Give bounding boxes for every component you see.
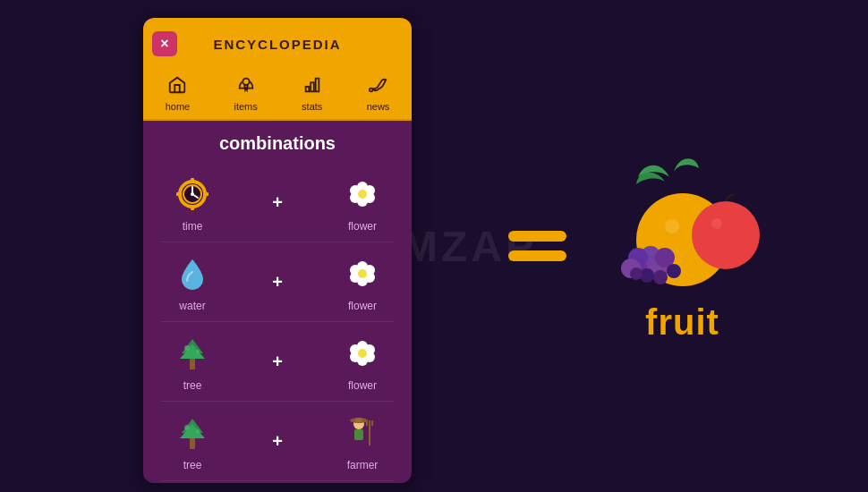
combo-label-flower-2: flower xyxy=(348,300,377,312)
svg-rect-2 xyxy=(311,82,314,91)
news-icon xyxy=(368,75,387,99)
combo-label-time: time xyxy=(183,220,203,233)
svg-point-81 xyxy=(653,270,668,284)
combo-row-2: water + xyxy=(161,242,394,322)
svg-point-34 xyxy=(184,345,190,351)
nav-news-label: news xyxy=(367,101,390,112)
combo-label-tree-1: tree xyxy=(183,379,202,392)
flower-icon-2 xyxy=(340,251,385,296)
svg-point-14 xyxy=(191,192,194,196)
plus-2: + xyxy=(272,272,283,293)
svg-point-43 xyxy=(358,349,367,358)
encyclopedia-panel: × ENCYCLOPEDIA home xyxy=(143,18,412,483)
svg-point-73 xyxy=(711,218,722,229)
combo-item-flower-2: flower xyxy=(331,251,394,312)
combo-label-water: water xyxy=(179,300,205,312)
section-title: combinations xyxy=(143,121,412,163)
svg-point-48 xyxy=(196,429,200,433)
combo-row-5: farmer + xyxy=(161,481,394,483)
plus-3: + xyxy=(272,352,283,372)
combo-item-water: water xyxy=(161,251,224,312)
nav-home[interactable]: home xyxy=(166,75,191,112)
equals-bar-bottom xyxy=(508,250,566,261)
equals-sign xyxy=(508,231,566,261)
nav-items[interactable]: items xyxy=(234,75,258,112)
svg-point-83 xyxy=(630,267,642,280)
nav-bar: home items xyxy=(143,70,412,121)
svg-rect-8 xyxy=(191,178,194,182)
combo-row-3: tree + xyxy=(161,322,394,402)
combo-item-tree-2: tree xyxy=(161,411,224,471)
combo-row-4: tree + xyxy=(161,402,394,481)
result-area: fruit xyxy=(412,150,868,343)
tree-icon-2 xyxy=(170,411,215,455)
fruit-result: fruit xyxy=(593,150,772,343)
combo-item-flower-3: flower xyxy=(331,331,394,392)
stats-icon xyxy=(302,75,322,99)
combo-row-1: time + xyxy=(161,163,394,242)
tree-icon-1 xyxy=(170,331,215,376)
time-icon xyxy=(170,172,215,216)
items-icon xyxy=(236,75,256,99)
result-label: fruit xyxy=(645,302,719,343)
combo-item-time: time xyxy=(161,172,224,233)
combo-label-flower-1: flower xyxy=(348,220,377,233)
combo-label-tree-2: tree xyxy=(183,459,202,471)
plus-4: + xyxy=(272,431,283,452)
svg-rect-51 xyxy=(355,418,362,422)
plus-1: + xyxy=(272,192,283,213)
nav-stats[interactable]: stats xyxy=(302,75,322,112)
svg-point-47 xyxy=(184,425,190,430)
water-icon xyxy=(170,251,215,296)
combo-item-flower-1: flower xyxy=(331,172,394,233)
nav-stats-label: stats xyxy=(302,101,322,112)
svg-rect-44 xyxy=(190,438,195,449)
svg-rect-31 xyxy=(190,359,195,369)
svg-point-0 xyxy=(243,79,249,85)
svg-rect-3 xyxy=(315,79,319,92)
home-icon xyxy=(167,75,187,99)
combinations-list[interactable]: time + xyxy=(143,163,412,483)
svg-point-80 xyxy=(667,264,681,278)
nav-news[interactable]: news xyxy=(367,75,390,112)
flower-icon-1 xyxy=(340,172,385,216)
svg-point-35 xyxy=(196,350,200,353)
svg-point-4 xyxy=(370,89,373,92)
panel-title: ENCYCLOPEDIA xyxy=(213,37,341,52)
combo-label-flower-3: flower xyxy=(348,379,377,392)
farmer-icon-1 xyxy=(340,411,385,455)
svg-point-72 xyxy=(692,201,760,269)
svg-point-71 xyxy=(665,219,679,233)
nav-items-label: items xyxy=(234,101,258,112)
svg-rect-10 xyxy=(176,192,181,196)
combo-label-farmer-1: farmer xyxy=(347,459,379,471)
svg-point-22 xyxy=(358,190,367,199)
panel-header: × ENCYCLOPEDIA xyxy=(143,18,412,70)
svg-rect-11 xyxy=(204,192,208,196)
svg-point-30 xyxy=(358,269,367,278)
svg-rect-52 xyxy=(354,429,363,440)
fruit-image xyxy=(593,150,772,302)
svg-rect-1 xyxy=(305,87,309,92)
equals-bar-top xyxy=(508,231,566,242)
nav-home-label: home xyxy=(166,101,191,112)
combo-item-farmer-1: farmer xyxy=(331,411,394,471)
combo-item-tree-1: tree xyxy=(161,331,224,392)
svg-rect-9 xyxy=(191,206,194,210)
flower-icon-3 xyxy=(340,331,385,376)
close-button[interactable]: × xyxy=(152,31,177,56)
